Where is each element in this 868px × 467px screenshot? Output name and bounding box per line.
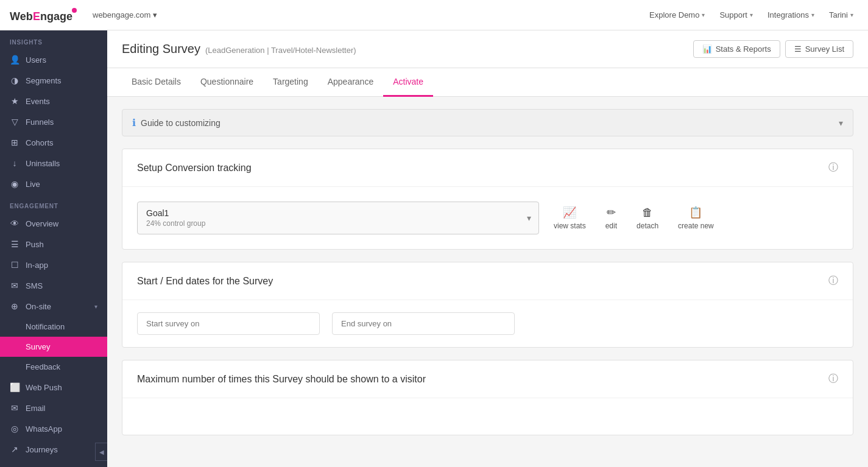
email-icon: ✉ <box>10 403 19 413</box>
edit-goal-icon: ✏ <box>607 206 616 219</box>
sidebar-item-uninstalls[interactable]: ↓ Uninstalls <box>0 153 107 174</box>
sidebar-label-live: Live <box>26 180 40 189</box>
sidebar-label-email: Email <box>26 404 46 413</box>
sidebar-label-push: Push <box>26 240 44 249</box>
support-chevron: ▾ <box>750 12 753 18</box>
sidebar-label-overview: Overview <box>26 219 58 228</box>
events-icon: ★ <box>10 96 19 106</box>
sidebar-item-sms[interactable]: ✉ SMS <box>0 275 107 296</box>
conversion-tracking-title: Setup Conversion tracking <box>137 163 252 174</box>
goal-select-dropdown[interactable]: Goal1 24% control group ▾ <box>137 202 539 234</box>
sidebar-item-live[interactable]: ◉ Live <box>0 174 107 194</box>
create-new-goal-btn[interactable]: 📋 create new <box>678 206 714 230</box>
start-end-dates-info-btn[interactable]: ⓘ <box>828 275 838 287</box>
app-body: INSIGHTS 👤 Users ◑ Segments ★ Events ▽ F… <box>0 30 868 467</box>
tab-targeting[interactable]: Targeting <box>263 68 318 97</box>
user-menu-btn[interactable]: Tarini ▾ <box>824 8 858 22</box>
sidebar-item-notification[interactable]: Notification <box>0 317 107 337</box>
domain-text: webengage.com <box>93 10 150 19</box>
sidebar-item-funnels[interactable]: ▽ Funnels <box>0 111 107 132</box>
integrations-btn[interactable]: Integrations ▾ <box>763 8 819 22</box>
view-stats-icon: 📈 <box>563 206 576 219</box>
max-times-title: Maximum number of times this Survey shou… <box>137 374 426 385</box>
sidebar-item-journeys[interactable]: ↗ Journeys <box>0 439 107 460</box>
page-title: Editing Survey <box>122 42 200 56</box>
sidebar-item-cohorts[interactable]: ⊞ Cohorts <box>0 132 107 153</box>
sidebar-label-funnels: Funnels <box>26 118 54 127</box>
sidebar-item-events[interactable]: ★ Events <box>0 91 107 111</box>
svg-text:E: E <box>33 10 40 23</box>
stats-reports-button[interactable]: 📊 Stats & Reports <box>693 40 780 58</box>
detach-goal-label: detach <box>637 222 658 230</box>
insights-label: INSIGHTS <box>0 30 107 49</box>
conversion-tracking-header: Setup Conversion tracking ⓘ <box>122 149 853 187</box>
on-site-icon: ⊕ <box>10 301 19 311</box>
end-survey-input[interactable] <box>332 312 515 335</box>
whatsapp-icon: ◎ <box>10 424 19 434</box>
tab-basic-details[interactable]: Basic Details <box>122 68 191 97</box>
sidebar-item-in-app[interactable]: ☐ In-app <box>0 255 107 275</box>
goal-select-arrow-icon: ▾ <box>527 213 531 223</box>
sidebar-label-on-site: On-site <box>26 302 51 311</box>
explore-demo-btn[interactable]: Explore Demo ▾ <box>644 8 710 22</box>
sidebar-label-uninstalls: Uninstalls <box>26 159 60 168</box>
top-nav: Web E ngage webengage.com ▾ Explore Demo… <box>0 0 868 30</box>
conversion-tracking-card: Setup Conversion tracking ⓘ Goal1 24% co… <box>122 149 853 250</box>
svg-text:Web: Web <box>10 10 33 23</box>
tab-activate[interactable]: Activate <box>383 68 433 97</box>
cohorts-icon: ⊞ <box>10 138 19 147</box>
nav-right: Explore Demo ▾ Support ▾ Integrations ▾ … <box>644 8 858 22</box>
sidebar-item-overview[interactable]: 👁 Overview <box>0 213 107 234</box>
tabs-bar: Basic Details Questionnaire Targeting Ap… <box>107 68 868 97</box>
sidebar-label-users: Users <box>26 55 46 65</box>
goal-name: Goal1 <box>146 208 514 218</box>
goal-row: Goal1 24% control group ▾ 📈 view stats <box>137 202 838 234</box>
sidebar-label-in-app: In-app <box>26 261 48 270</box>
support-btn[interactable]: Support ▾ <box>715 8 758 22</box>
guide-bar-left: ℹ Guide to customizing <box>132 117 221 128</box>
web-push-icon: ⬜ <box>10 382 19 392</box>
sidebar-item-whatsapp[interactable]: ◎ WhatsApp <box>0 418 107 439</box>
guide-bar-label: Guide to customizing <box>141 118 221 128</box>
page-header: Editing Survey (LeadGeneration | Travel/… <box>107 30 868 68</box>
tab-appearance[interactable]: Appearance <box>318 68 384 97</box>
edit-goal-label: edit <box>605 222 617 230</box>
sidebar-label-web-push: Web Push <box>26 383 62 392</box>
funnels-icon: ▽ <box>10 117 19 127</box>
sidebar-item-segments[interactable]: ◑ Segments <box>0 70 107 91</box>
sidebar-label-segments: Segments <box>26 76 62 85</box>
stats-reports-icon: 📊 <box>702 44 712 54</box>
sidebar-item-feedback[interactable]: Feedback <box>0 357 107 377</box>
header-actions: 📊 Stats & Reports ☰ Survey List <box>693 40 853 58</box>
conversion-tracking-info-btn[interactable]: ⓘ <box>828 161 838 174</box>
sidebar-item-survey[interactable]: Survey <box>0 337 107 357</box>
start-survey-input[interactable] <box>137 312 320 335</box>
explore-demo-chevron: ▾ <box>702 12 705 18</box>
survey-list-button[interactable]: ☰ Survey List <box>785 40 853 58</box>
svg-text:ngage: ngage <box>40 10 72 23</box>
guide-info-icon: ℹ <box>132 117 136 128</box>
sidebar-label-events: Events <box>26 97 50 106</box>
create-new-icon: 📋 <box>689 206 702 219</box>
conversion-tracking-body: Goal1 24% control group ▾ 📈 view stats <box>122 187 853 249</box>
sidebar: INSIGHTS 👤 Users ◑ Segments ★ Events ▽ F… <box>0 30 107 467</box>
logo: Web E ngage <box>10 7 83 24</box>
view-stats-btn[interactable]: 📈 view stats <box>554 206 586 230</box>
max-times-info-btn[interactable]: ⓘ <box>828 373 838 385</box>
edit-goal-btn[interactable]: ✏ edit <box>605 206 617 230</box>
logo-svg: Web E ngage <box>10 7 77 24</box>
tab-questionnaire[interactable]: Questionnaire <box>191 68 263 97</box>
sidebar-collapse-btn[interactable]: ◀ <box>95 443 107 461</box>
date-row <box>122 300 853 347</box>
sidebar-item-push[interactable]: ☰ Push <box>0 234 107 255</box>
sidebar-item-users[interactable]: 👤 Users <box>0 49 107 70</box>
goal-select-inner: Goal1 24% control group <box>138 202 538 234</box>
content-area: ℹ Guide to customizing ▾ Setup Conversio… <box>107 97 868 467</box>
sidebar-item-web-push[interactable]: ⬜ Web Push <box>0 377 107 398</box>
sidebar-item-on-site[interactable]: ⊕ On-site <box>0 296 107 317</box>
stats-reports-label: Stats & Reports <box>716 44 771 54</box>
sidebar-item-email[interactable]: ✉ Email <box>0 398 107 418</box>
guide-bar[interactable]: ℹ Guide to customizing ▾ <box>122 109 853 136</box>
detach-goal-btn[interactable]: 🗑 detach <box>637 206 658 230</box>
domain-selector[interactable]: webengage.com ▾ <box>93 10 157 19</box>
